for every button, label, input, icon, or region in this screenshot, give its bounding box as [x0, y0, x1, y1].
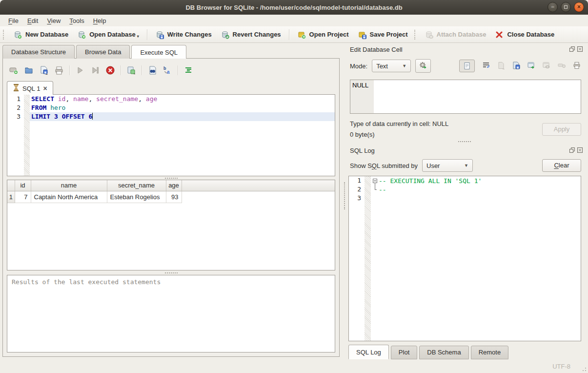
dock-tab-db-schema[interactable]: DB Schema [419, 346, 468, 359]
open-project-button[interactable]: Open Project [293, 28, 353, 41]
filter-label: Show SQL submitted by [350, 162, 418, 169]
export-cell-icon[interactable] [512, 62, 520, 71]
column-header-age[interactable]: age [166, 180, 182, 191]
word-wrap-icon[interactable] [482, 62, 490, 71]
new-sql-tab-icon[interactable] [9, 65, 19, 75]
link-cell-icon [543, 62, 550, 71]
close-panel-icon[interactable] [577, 46, 583, 53]
dock-tab-remote[interactable]: Remote [471, 346, 509, 359]
save-sql-file-icon[interactable] [39, 65, 49, 75]
splitter-results-message[interactable] [7, 270, 335, 275]
column-header-secret-name[interactable]: secret_name [107, 180, 166, 191]
text-mode-toggle[interactable] [459, 60, 475, 72]
open-database-label: Open Database [89, 31, 136, 38]
close-panel-icon[interactable] [577, 147, 583, 154]
results-grid[interactable]: id name secret_name age 1 7 Captain Nort… [7, 180, 335, 270]
corner-header[interactable] [7, 180, 15, 191]
format-sql-icon[interactable] [183, 65, 193, 75]
cell-age[interactable]: 93 [166, 191, 182, 203]
resize-grip-icon[interactable] [581, 366, 587, 372]
splitter-handle [165, 178, 178, 179]
chevron-down-icon: ▼ [459, 163, 468, 168]
tab-execute-sql[interactable]: Execute SQL [131, 45, 186, 59]
revert-changes-button[interactable]: Revert Changes [216, 28, 285, 41]
code-token: id [58, 95, 66, 103]
splitter-docks[interactable] [345, 138, 584, 145]
dock-tab-sql-log[interactable]: SQL Log [348, 345, 389, 359]
column-header-id[interactable]: id [15, 180, 31, 191]
menu-tools[interactable]: Tools [65, 16, 88, 26]
table-row[interactable]: 1 7 Captain North America Esteban Rogeli… [7, 191, 335, 203]
sql-tab[interactable]: SQL 1 × [7, 81, 53, 95]
column-header-name[interactable]: name [31, 180, 107, 191]
replace-icon[interactable]: ba [162, 65, 172, 75]
cell-id[interactable]: 7 [15, 191, 31, 203]
results-message-pane[interactable]: Results of the last executed statements [7, 275, 335, 352]
sql-editor-body[interactable]: SELECT id, name, secret_name, ageFROM he… [30, 95, 335, 176]
execute-all-icon[interactable] [75, 65, 85, 75]
tab-database-structure[interactable]: Database Structure [2, 45, 75, 59]
find-icon[interactable] [147, 65, 157, 75]
menu-help[interactable]: Help [89, 16, 111, 26]
open-sql-file-icon[interactable] [24, 65, 34, 75]
sql-editor[interactable]: 123 SELECT id, name, secret_name, ageFRO… [7, 94, 335, 176]
minimize-icon[interactable]: − [547, 2, 558, 12]
sql-log-editor[interactable]: 1 2 3 -- EXECUTING ALL IN 'SQL 1' -- [348, 176, 581, 341]
cell-editor[interactable]: NULL [350, 80, 581, 114]
row-number[interactable]: 1 [7, 191, 15, 203]
mode-select[interactable]: Text ▼ [372, 60, 411, 72]
code-token [50, 113, 54, 120]
float-panel-icon[interactable] [569, 147, 575, 154]
revert-changes-label: Revert Changes [233, 31, 281, 38]
log-body[interactable]: -- EXECUTING ALL IN 'SQL 1' -- [371, 176, 581, 341]
chevron-down-icon: ▼ [397, 63, 406, 68]
splitter-editor-results[interactable] [7, 176, 335, 180]
project-save-icon [358, 30, 366, 39]
dock-tab-plot[interactable]: Plot [391, 346, 417, 359]
fold-collapse-icon[interactable] [373, 179, 377, 183]
close-database-button[interactable]: Close Database [490, 28, 559, 41]
toolbar-handle[interactable] [3, 30, 5, 40]
menu-edit[interactable]: Edit [23, 16, 42, 26]
code-line[interactable]: LIMIT 3 OFFSET 6 [30, 112, 335, 121]
cell-type-info: Type of data currently in cell: NULL [350, 120, 542, 127]
open-project-label: Open Project [309, 31, 349, 38]
float-panel-icon[interactable] [569, 46, 575, 53]
export-results-icon[interactable] [126, 65, 136, 75]
clear-log-button[interactable]: Clear [542, 159, 581, 172]
code-line[interactable]: SELECT id, name, secret_name, age [30, 95, 335, 104]
print-cell-icon[interactable] [573, 62, 581, 71]
stop-execution-icon[interactable] [105, 65, 115, 75]
cell-name[interactable]: Captain North America [31, 191, 107, 203]
execute-line-icon[interactable] [90, 65, 100, 75]
write-changes-button[interactable]: Write Changes [151, 28, 216, 41]
open-database-dropdown-icon[interactable]: ▾ [137, 34, 139, 39]
maximize-icon[interactable] [561, 2, 571, 12]
sql-tab-close-icon[interactable]: × [43, 85, 47, 91]
save-project-button[interactable]: Save Project [353, 28, 412, 41]
mode-label: Mode: [350, 62, 367, 70]
code-line[interactable]: FROM hero [30, 104, 335, 112]
print-sql-icon[interactable] [54, 65, 64, 75]
submitted-by-select[interactable]: User ▼ [422, 159, 473, 172]
close-icon[interactable]: × [574, 2, 584, 12]
code-token: FROM [31, 104, 46, 111]
open-database-button[interactable]: Open Database ▾ [73, 28, 143, 41]
code-token [58, 113, 62, 120]
apply-button: Apply [542, 123, 581, 136]
open-external-icon[interactable] [527, 62, 535, 71]
splitter-handle [458, 141, 471, 142]
tab-browse-data[interactable]: Browse Data [76, 45, 130, 59]
svg-text:a: a [167, 69, 170, 75]
toolbar-separator [147, 29, 147, 40]
cell-info-row: Type of data currently in cell: NULL 0 b… [350, 120, 581, 138]
toolbar-handle[interactable] [414, 30, 417, 40]
cell-secret-name[interactable]: Esteban Rogelios [107, 191, 166, 203]
database-save-icon [155, 30, 164, 39]
new-database-button[interactable]: New Database [9, 28, 73, 41]
auto-apply-button[interactable] [415, 59, 431, 73]
cell-size-info: 0 byte(s) [350, 131, 542, 138]
menu-file[interactable]: File [4, 16, 23, 26]
menu-view[interactable]: View [42, 16, 65, 26]
log-line: -- EXECUTING ALL IN 'SQL 1' [372, 176, 581, 185]
